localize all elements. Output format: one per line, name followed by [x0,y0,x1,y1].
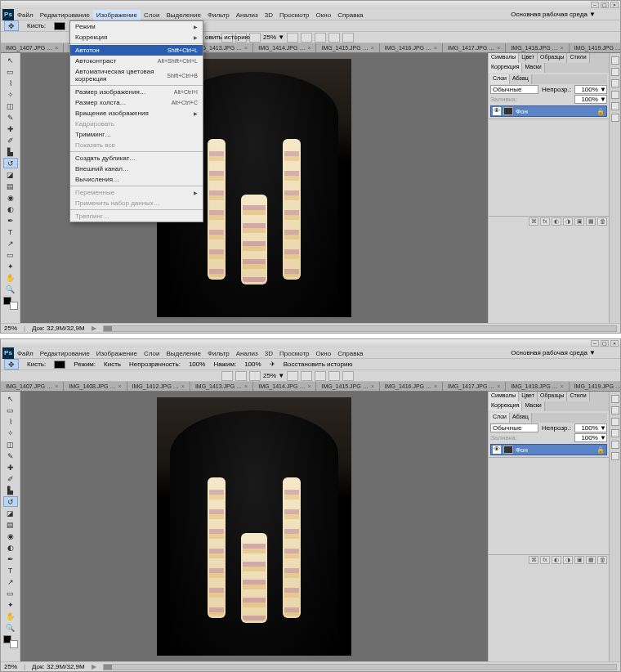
document-tab[interactable]: IMG_1416.JPG …× [380,43,443,52]
guides-icon[interactable] [328,371,340,381]
close-icon[interactable]: × [434,383,437,389]
menu-справка[interactable]: Справка [334,348,366,359]
panel-tab[interactable]: Слои [490,74,510,84]
delete-layer-icon[interactable]: 🗑 [597,217,607,226]
blur-tool-icon[interactable]: ◉ [3,531,18,541]
stamp-tool-icon[interactable]: ▙ [3,485,18,495]
menu-анализ[interactable]: Анализ [233,348,261,359]
grid-icon[interactable] [342,33,354,43]
stamp-tool-icon[interactable]: ▙ [3,146,18,157]
new-layer-icon[interactable]: ▦ [586,217,596,226]
rotate-view-icon[interactable] [301,371,312,381]
menu-3d[interactable]: 3D [261,348,276,359]
hand-icon[interactable] [287,371,298,381]
layer-thumbnail[interactable] [503,446,513,454]
crop-tool-icon[interactable]: ◫ [3,439,18,450]
dock-icon[interactable] [611,79,619,87]
close-button[interactable]: × [610,340,619,347]
menu-item[interactable]: Внешний канал… [70,164,203,174]
document-tab[interactable]: IMG_1417.JPG …× [443,382,506,391]
panel-tab[interactable]: Коррекция [489,401,522,411]
delete-layer-icon[interactable]: 🗑 [597,556,607,564]
blur-tool-icon[interactable]: ◉ [3,192,18,203]
dodge-tool-icon[interactable]: ◐ [3,542,18,553]
mask-icon[interactable]: ◐ [552,556,561,564]
close-icon[interactable]: × [371,45,374,51]
close-icon[interactable]: × [181,383,185,389]
close-icon[interactable]: × [497,383,500,389]
panel-tab[interactable]: Образцы [538,53,567,63]
airbrush-icon[interactable]: ✈ [270,361,275,368]
eraser-tool-icon[interactable]: ◪ [3,508,18,518]
adjustment-icon[interactable]: ◑ [563,217,573,226]
document-tab[interactable]: IMG_1415.JPG …× [316,382,379,391]
document-tab[interactable]: IMG_1407.JPG …× [1,382,64,391]
move-tool-icon[interactable]: ↖ [3,393,18,404]
panel-tab[interactable]: Коррекция [489,63,522,73]
document-tab[interactable]: IMG_1415.JPG …× [316,43,379,52]
lasso-tool-icon[interactable]: ⌇ [3,416,18,427]
fill-value[interactable]: 100% ▼ [574,433,607,442]
grid-icon[interactable] [342,371,354,381]
menu-изображение[interactable]: Изображение [93,10,141,20]
move-tool-icon[interactable]: ↖ [3,55,18,65]
document-tab[interactable]: IMG_1413.JPG …× [190,382,253,391]
close-icon[interactable]: × [561,383,564,389]
dock-icon[interactable] [611,114,619,122]
menu-файл[interactable]: Файл [14,10,37,20]
minimize-button[interactable]: – [591,340,599,347]
layer-row[interactable]: 👁 Фон 🔒 [490,105,607,117]
dock-icon[interactable] [611,418,619,426]
document-tab[interactable]: IMG_1408.JPG …× [64,382,127,391]
menu-item[interactable]: Автоматическая цветовая коррекцияShift+C… [70,66,203,84]
panel-tab[interactable]: Стили [567,53,589,63]
blend-mode-select[interactable]: Обычные [490,423,538,432]
zoom-tool-icon[interactable]: 🔍 [3,284,18,294]
extras-icon[interactable] [315,33,326,43]
panel-tab[interactable]: Образцы [538,392,567,401]
document-tab[interactable]: IMG_1419.JPG …× [570,382,620,391]
dock-icon[interactable] [611,429,619,437]
menu-3d[interactable]: 3D [261,10,276,20]
new-layer-icon[interactable]: ▦ [586,556,596,564]
fx-icon[interactable]: fx [540,217,550,226]
menu-окно[interactable]: Окно [313,10,335,20]
workspace-switcher[interactable]: Основная рабочая среда ▼ [511,349,620,356]
document-tab[interactable]: IMG_1407.JPG …× [1,43,64,52]
menu-item[interactable]: Создать дубликат… [70,153,203,164]
dock-icon[interactable] [611,395,619,403]
menu-item[interactable]: Размер холста…Alt+Ctrl+C [70,97,203,108]
menu-item[interactable]: Размер изображения…Alt+Ctrl+I [70,87,203,97]
menu-item[interactable]: Тримминг… [70,129,203,140]
menu-редактирование[interactable]: Редактирование [37,348,93,359]
brush-tool-icon[interactable]: ✐ [3,135,18,146]
menu-item[interactable]: Вращение изображения [70,108,203,119]
dock-icon[interactable] [611,56,619,65]
group-icon[interactable]: ▣ [574,217,584,226]
zoom-tool-icon[interactable]: 🔍 [3,622,18,633]
3d-tool-icon[interactable]: ✦ [3,599,18,610]
brush-preset-picker[interactable] [54,361,65,369]
menu-просмотр[interactable]: Просмотр [276,348,313,359]
document-tab[interactable]: IMG_1418.JPG …× [506,382,569,391]
menu-редактирование[interactable]: Редактирование [37,10,93,20]
layer-row[interactable]: 👁 Фон 🔒 [490,444,607,455]
color-picker[interactable] [3,297,18,310]
opacity-value[interactable]: 100% ▼ [574,85,607,94]
close-icon[interactable]: × [497,45,500,51]
close-icon[interactable]: × [307,383,310,389]
eyedropper-tool-icon[interactable]: ✎ [3,450,18,461]
panel-tab[interactable]: Слои [490,413,510,423]
wand-tool-icon[interactable]: ✧ [3,89,18,100]
mask-icon[interactable]: ◐ [552,217,561,226]
workspace-switcher[interactable]: Основная рабочая среда ▼ [511,11,620,18]
opacity-value[interactable]: 100% ▼ [574,423,607,432]
panel-tab[interactable]: Цвет [519,392,538,401]
brush-mode[interactable]: Кисть [104,361,121,368]
zoom-picker[interactable] [249,33,261,43]
zoom-level[interactable]: 25% [4,325,17,332]
dock-icon[interactable] [611,452,619,460]
close-icon[interactable]: × [434,45,437,51]
timeline-scrub[interactable] [103,664,617,670]
flow-value[interactable]: 100% [244,361,261,368]
